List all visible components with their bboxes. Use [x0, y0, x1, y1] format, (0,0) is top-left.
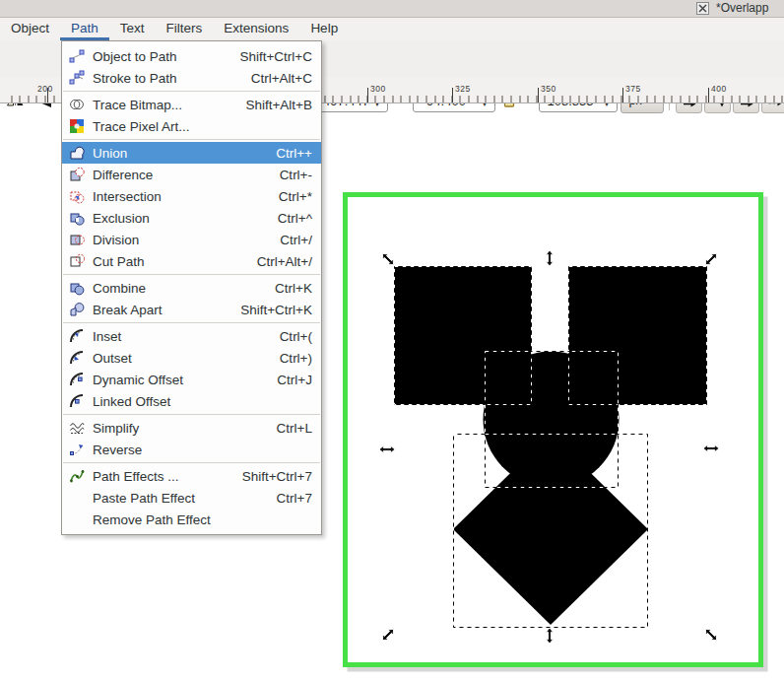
- division-icon: [68, 232, 85, 248]
- menu-item-break-apart[interactable]: Break Apart Shift+Ctrl+K: [62, 299, 321, 320]
- menu-item-combine[interactable]: Combine Ctrl+K: [62, 277, 321, 299]
- menu-item-union[interactable]: Union Ctrl++: [62, 142, 321, 164]
- intersection-icon: [68, 188, 85, 205]
- inkscape-window: *Overlapp Object Path Text Filters Exten…: [0, 0, 784, 682]
- ruler-label: 375: [625, 84, 641, 94]
- union-icon: [68, 145, 85, 162]
- menu-separator: [63, 414, 320, 415]
- object-to-path-icon: [68, 48, 85, 65]
- menu-item-path-effects[interactable]: Path Effects ... Shift+Ctrl+7: [62, 465, 321, 487]
- menubar-item-help[interactable]: Help: [299, 18, 349, 40]
- menu-item-paste-path-effect[interactable]: Paste Path Effect Ctrl+7: [62, 487, 321, 509]
- inset-icon: [68, 328, 85, 345]
- break-apart-icon: [68, 302, 85, 318]
- menubar: Object Path Text Filters Extensions Help: [0, 18, 784, 40]
- menu-item-trace-bitmap[interactable]: Trace Bitmap... Shift+Alt+B: [62, 94, 321, 115]
- menu-item-stroke-to-path[interactable]: Stroke to Path Ctrl+Alt+C: [62, 67, 321, 89]
- menu-item-intersection[interactable]: Intersection Ctrl+*: [62, 185, 321, 207]
- titlebar: *Overlapp: [0, 0, 784, 18]
- menu-item-exclusion[interactable]: Exclusion Ctrl+^: [62, 207, 321, 229]
- no-icon: [68, 490, 85, 507]
- menu-separator: [63, 139, 320, 140]
- menu-separator: [63, 462, 320, 463]
- ruler-major-tick: [538, 88, 539, 102]
- path-menu: Object to Path Shift+Ctrl+C Stroke to Pa…: [61, 40, 322, 535]
- menu-item-dynamic-offset[interactable]: Dynamic Offset Ctrl+J: [62, 369, 321, 390]
- menu-item-object-to-path[interactable]: Object to Path Shift+Ctrl+C: [62, 45, 321, 67]
- stroke-to-path-icon: [68, 70, 85, 87]
- combine-icon: [68, 280, 85, 297]
- dynamic-offset-icon: [68, 372, 85, 388]
- cut-path-icon: [68, 253, 85, 270]
- window-title: *Overlapp: [716, 1, 768, 15]
- no-icon: [68, 512, 85, 528]
- menu-item-reverse[interactable]: Reverse: [62, 439, 321, 460]
- menu-item-difference[interactable]: Difference Ctrl+-: [62, 164, 321, 185]
- menubar-item-text[interactable]: Text: [109, 18, 156, 40]
- reverse-icon: [68, 442, 85, 458]
- menu-item-inset[interactable]: Inset Ctrl+(: [62, 325, 321, 347]
- trace-pixel-art-icon: [68, 118, 85, 135]
- path-effects-icon: [68, 468, 85, 485]
- ruler-label: 350: [541, 84, 556, 94]
- difference-icon: [68, 167, 85, 183]
- menubar-item-path[interactable]: Path: [60, 18, 109, 40]
- menubar-item-filters[interactable]: Filters: [156, 18, 214, 40]
- ruler-label: 300: [370, 84, 386, 94]
- menu-item-remove-path-effect[interactable]: Remove Path Effect: [62, 509, 321, 530]
- menu-item-trace-pixel-art[interactable]: Trace Pixel Art...: [62, 115, 321, 137]
- menu-item-linked-offset[interactable]: Linked Offset: [62, 390, 321, 412]
- ruler-major-tick: [367, 88, 368, 102]
- menu-item-outset[interactable]: Outset Ctrl+): [62, 347, 321, 369]
- simplify-icon: [68, 420, 85, 437]
- ruler-label: 325: [455, 84, 471, 94]
- exclusion-icon: [68, 210, 85, 227]
- ruler-label: 200: [37, 84, 53, 94]
- menubar-item-object[interactable]: Object: [0, 18, 60, 40]
- menu-item-simplify[interactable]: Simplify Ctrl+L: [62, 417, 321, 439]
- linked-offset-icon: [68, 393, 85, 410]
- menu-separator: [63, 91, 320, 92]
- ruler-major-tick: [452, 88, 453, 102]
- menu-item-cut-path[interactable]: Cut Path Ctrl+Alt+/: [62, 250, 321, 272]
- ruler-label: 400: [711, 84, 727, 94]
- ruler-major-tick: [708, 88, 709, 102]
- outset-icon: [68, 350, 85, 367]
- document-close-icon: [696, 2, 709, 15]
- menu-separator: [63, 322, 320, 323]
- menu-item-division[interactable]: Division Ctrl+/: [62, 229, 321, 250]
- menu-separator: [63, 274, 320, 275]
- trace-bitmap-icon: [68, 97, 85, 113]
- menubar-item-extensions[interactable]: Extensions: [213, 18, 299, 40]
- ruler-major-tick: [622, 88, 623, 102]
